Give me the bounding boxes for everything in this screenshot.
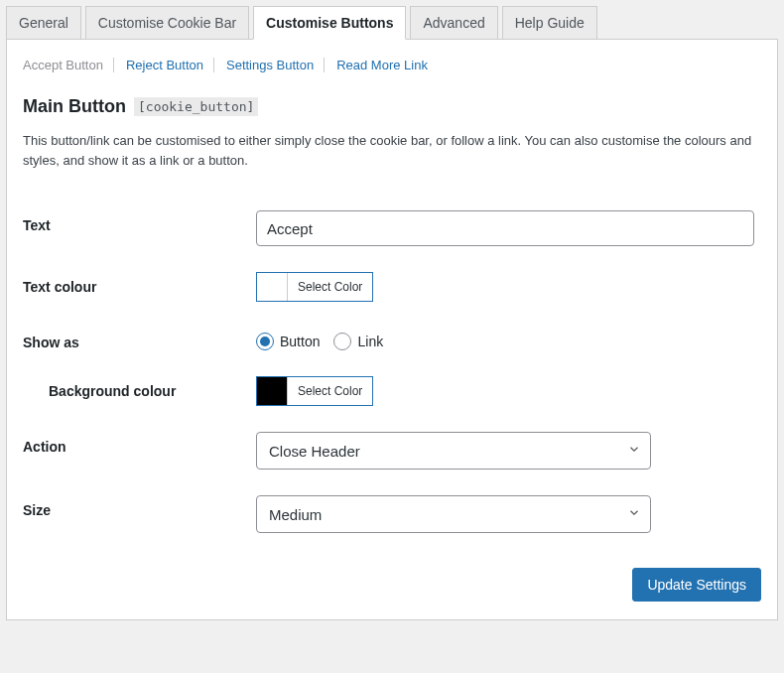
background-colour-swatch	[257, 377, 287, 405]
tab-customise-cookie-bar[interactable]: Customise Cookie Bar	[85, 6, 249, 40]
sub-tabs: Accept Button Reject Button Settings But…	[23, 58, 761, 72]
text-label: Text	[23, 198, 256, 259]
subtab-read-more-link[interactable]: Read More Link	[336, 58, 438, 72]
show-as-button-option[interactable]: Button	[256, 333, 320, 350]
tab-customise-buttons[interactable]: Customise Buttons	[253, 6, 406, 40]
background-colour-label: Background colour	[23, 363, 256, 419]
subtab-settings-button[interactable]: Settings Button	[226, 58, 325, 72]
tab-advanced[interactable]: Advanced	[410, 6, 497, 40]
section-heading: Main Button	[23, 96, 126, 117]
background-colour-button-label: Select Color	[287, 377, 372, 405]
background-colour-picker[interactable]: Select Color	[256, 376, 373, 406]
radio-button-input[interactable]	[256, 333, 274, 350]
tab-general[interactable]: General	[6, 6, 81, 40]
subtab-reject-button[interactable]: Reject Button	[126, 58, 214, 72]
subtab-accept-button[interactable]: Accept Button	[23, 58, 114, 72]
text-colour-picker[interactable]: Select Color	[256, 272, 373, 302]
text-colour-button-label: Select Color	[287, 273, 372, 301]
size-label: Size	[23, 482, 256, 546]
radio-link-label: Link	[357, 334, 383, 349]
settings-panel: Accept Button Reject Button Settings But…	[6, 39, 778, 620]
show-as-label: Show as	[23, 315, 256, 363]
top-tabs: General Customise Cookie Bar Customise B…	[6, 6, 778, 40]
update-settings-button[interactable]: Update Settings	[632, 568, 761, 602]
section-description: This button/link can be customised to ei…	[23, 131, 761, 170]
radio-link-input[interactable]	[333, 333, 351, 350]
show-as-link-option[interactable]: Link	[333, 333, 383, 350]
size-select[interactable]: Medium	[256, 495, 651, 533]
shortcode-tag: [cookie_button]	[134, 97, 258, 116]
text-input[interactable]	[256, 210, 754, 246]
action-select[interactable]: Close Header	[256, 432, 651, 470]
text-colour-swatch	[257, 273, 287, 301]
text-colour-label: Text colour	[23, 259, 256, 315]
tab-help-guide[interactable]: Help Guide	[502, 6, 597, 40]
radio-button-label: Button	[280, 334, 320, 349]
action-label: Action	[23, 419, 256, 482]
